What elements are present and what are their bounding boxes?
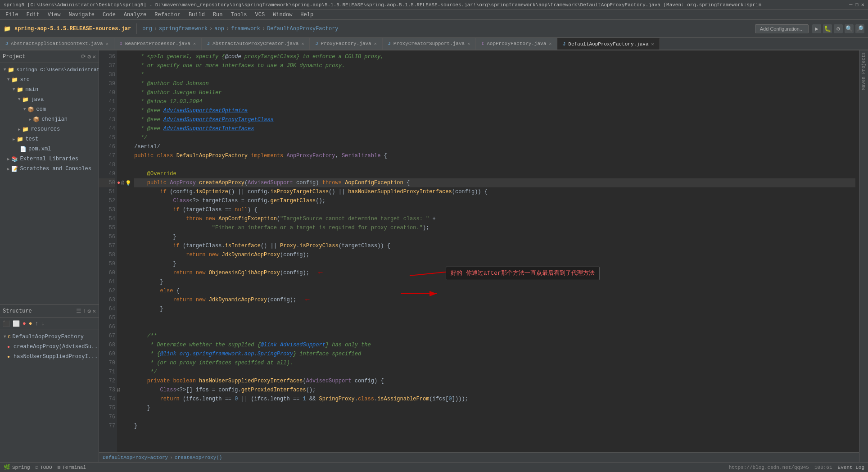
struct-tb-3[interactable]: ● (23, 320, 26, 327)
settings-icon[interactable]: ⚙ (87, 53, 91, 60)
structure-icon-2[interactable]: ↑ (83, 308, 86, 315)
minimize-button[interactable]: — (849, 1, 852, 8)
tree-item-chenjian[interactable]: ▶ 📦 chenjian (0, 114, 99, 124)
code-line-54: throw new AopConfigException("TargetSour… (134, 214, 855, 223)
struct-tb-6[interactable]: ↓ (41, 320, 45, 327)
toolbar-icon-2[interactable]: 🔍 (845, 24, 854, 33)
breadcrumb-class[interactable]: DefaultAopProxyFactory (267, 26, 338, 32)
breakpoint-icon[interactable]: ● (117, 180, 120, 186)
struct-tb-4[interactable]: ● (29, 320, 32, 327)
line-numbers: 36 37 38 39 40 41 42 43 44 45 46 47 48 4… (99, 50, 117, 452)
menu-item-view[interactable]: View (44, 11, 64, 19)
structure-panel-title: Structure (3, 308, 74, 314)
tab-proxyfactory[interactable]: JProxyFactory.java✕ (310, 38, 382, 50)
window-controls[interactable]: — ❐ ✕ (849, 1, 864, 8)
menu-item-edit[interactable]: Edit (23, 11, 43, 19)
code-line-65 (134, 313, 855, 322)
gutter: ● @ 💡 (117, 50, 131, 452)
toolbar-icon-1[interactable]: ⚙ (834, 24, 843, 33)
tab-defaultaopproxyfactory[interactable]: JDefaultAopProxyFactory.java✕ (557, 38, 660, 50)
breadcrumb-bottom-method[interactable]: createAopProxy() (175, 455, 222, 460)
todo-tab[interactable]: ☑ TODO (36, 464, 52, 470)
code-content[interactable]: * <p>In general, specify {@code proxyTar… (131, 50, 859, 452)
tree-item-pom[interactable]: 📄 pom.xml (0, 144, 99, 154)
struct-item-method2[interactable]: ● hasNoUserSuppliedProxyI... (0, 352, 99, 362)
spring-tab[interactable]: 🌿 Spring (4, 464, 30, 471)
add-configuration-button[interactable]: Add Configuration... (755, 24, 809, 33)
editor-area: 36 37 38 39 40 41 42 43 44 45 46 47 48 4… (99, 50, 859, 462)
tree-item-com[interactable]: ▼ 📦 com (0, 104, 99, 114)
tree-item-main[interactable]: ▼ 📁 main (0, 85, 99, 95)
structure-icon-1[interactable]: ☰ (76, 308, 81, 315)
menu-item-window[interactable]: Window (269, 11, 296, 19)
tree-item-scratches[interactable]: ▶ 📝 Scratches and Consoles (0, 164, 99, 174)
maximize-button[interactable]: ❐ (855, 1, 859, 8)
tab-aopproxyfactory[interactable]: IAopProxyFactory.java✕ (476, 38, 557, 50)
breadcrumb-springframework[interactable]: springframework (159, 26, 208, 32)
tab-icon-4: J (388, 41, 391, 46)
struct-item-class[interactable]: ▼ C DefaultAopProxyFactory (0, 332, 99, 342)
struct-tb-1[interactable]: ⬛ (3, 320, 10, 327)
tab-close-3[interactable]: ✕ (374, 41, 377, 46)
tab-close-4[interactable]: ✕ (467, 41, 470, 46)
menu-item-run[interactable]: Run (209, 11, 226, 19)
tab-proxycreatorsupport[interactable]: JProxyCreatorSupport.java✕ (383, 38, 476, 50)
tab-close-1[interactable]: ✕ (193, 41, 196, 46)
code-line-36: * <p>In general, specify {@code proxyTar… (134, 52, 855, 61)
tab-close-6[interactable]: ✕ (651, 41, 654, 47)
tab-label-3: ProxyFactory.java (321, 41, 371, 46)
code-line-75: } (134, 404, 855, 413)
tree-item-test[interactable]: ▶ 📁 test (0, 134, 99, 144)
breadcrumb-aop[interactable]: aop (214, 26, 224, 32)
menu-item-help[interactable]: Help (297, 11, 317, 19)
tab-close-5[interactable]: ✕ (549, 41, 552, 46)
struct-tb-2[interactable]: ⬜ (13, 320, 20, 327)
event-log-tab[interactable]: Event Log (838, 465, 864, 470)
struct-item-method1[interactable]: ● createAopProxy(AdvisedSu... (0, 342, 99, 352)
close-button[interactable]: ✕ (861, 1, 864, 8)
tree-item-resources[interactable]: ▶ 📁 resources (0, 124, 99, 134)
project-name[interactable]: spring-aop-5.1.5.RELEASE-sources.jar (14, 26, 131, 32)
tree-item-java[interactable]: ▼ 📁 java (0, 95, 99, 104)
menu-item-refactor[interactable]: Refactor (151, 11, 184, 19)
code-line-69: * {@link org.springframework.aop.SpringP… (134, 349, 855, 359)
sync-icon[interactable]: ⟳ (81, 53, 86, 60)
tab-close-2[interactable]: ✕ (301, 41, 304, 46)
com-pkg-icon: 📦 (27, 106, 34, 113)
terminal-tab[interactable]: ⊞ Terminal (58, 464, 86, 470)
menu-item-tools[interactable]: Tools (227, 11, 251, 19)
menu-item-vcs[interactable]: VCS (252, 11, 269, 19)
code-line-55: "Either an interface or a target is requ… (134, 223, 855, 232)
maven-projects-tab[interactable]: Maven Projects (861, 52, 866, 90)
code-editor[interactable]: 36 37 38 39 40 41 42 43 44 45 46 47 48 4… (99, 50, 859, 452)
tab-label-2: AbstractAutoProxyCreator.java (212, 41, 298, 46)
tab-abstractautoproxycreator[interactable]: JAbstractAutoProxyCreator.java✕ (202, 38, 310, 50)
debug-icon[interactable]: 🐛 (823, 24, 832, 33)
breadcrumb-bottom-class[interactable]: DefaultAopProxyFactory (103, 455, 168, 460)
tree-item-src[interactable]: ▼ 📁 src (0, 75, 99, 85)
tab-abstractapplicationcontext[interactable]: JAbstractApplicationContext.java✕ (0, 38, 114, 50)
structure-hide-icon[interactable]: ✕ (92, 308, 96, 315)
tree-item-external-libs[interactable]: ▶ 📚 External Libraries (0, 154, 99, 164)
breadcrumb-framework[interactable]: framework (231, 26, 260, 32)
code-line-38: * (134, 70, 855, 79)
menu-item-navigate[interactable]: Navigate (65, 11, 98, 19)
breadcrumb-org[interactable]: org (142, 26, 152, 32)
code-line-76 (134, 413, 855, 422)
tree-item-spring5[interactable]: ▼ 📁 spring5 C:\Users\Administrator\... (0, 65, 99, 75)
menu-item-analyze[interactable]: Analyze (120, 11, 150, 19)
tab-close-0[interactable]: ✕ (106, 41, 108, 46)
run-icon[interactable]: ▶ (812, 24, 821, 33)
menu-item-file[interactable]: File (2, 11, 22, 19)
tab-beanpostprocessor[interactable]: IBeanPostProcessor.java✕ (114, 38, 202, 50)
structure-settings-icon[interactable]: ⚙ (87, 308, 91, 315)
code-line-39: * @author Rod Johnson (134, 79, 855, 88)
hide-icon[interactable]: ✕ (92, 53, 96, 60)
struct-tb-5[interactable]: ↑ (35, 320, 39, 327)
menu-item-build[interactable]: Build (185, 11, 208, 19)
search-everywhere-icon[interactable]: 🔎 (855, 24, 864, 33)
code-line-47: public class DefaultAopProxyFactory impl… (134, 151, 855, 160)
scratches-icon: 📝 (11, 166, 18, 172)
sidebar: Project ⟳ ⚙ ✕ ▼ 📁 spring5 C:\Users\Admin… (0, 50, 99, 462)
menu-item-code[interactable]: Code (99, 11, 119, 19)
